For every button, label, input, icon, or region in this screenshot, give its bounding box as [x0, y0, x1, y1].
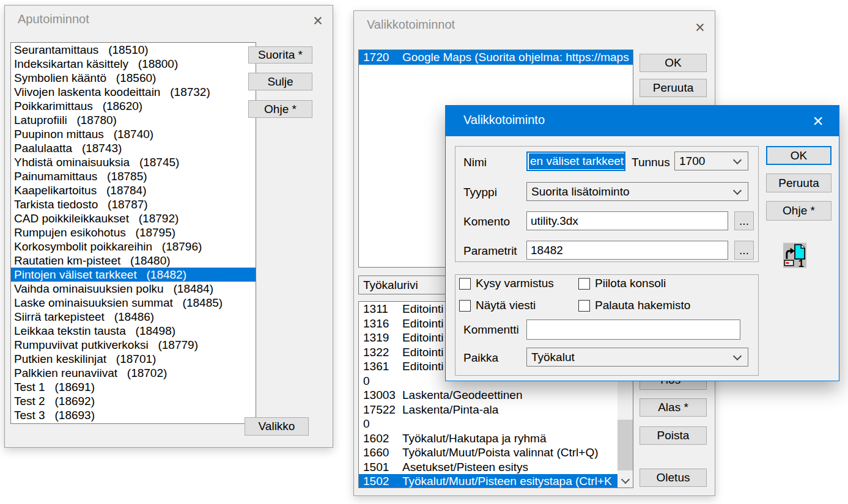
- list-item[interactable]: 13003Laskenta/Geodeettinen: [359, 388, 618, 403]
- komento-browse-button[interactable]: ...: [734, 211, 754, 230]
- list-item[interactable]: 1501Asetukset/Pisteen esitys: [359, 460, 618, 475]
- scroll-down-icon[interactable]: [618, 473, 633, 488]
- sulje-button[interactable]: Sulje: [248, 73, 312, 90]
- list-item[interactable]: Rautatien km-pisteet (18480): [11, 254, 256, 268]
- selected-text: en väliset tarkkeet: [529, 153, 625, 169]
- toolbar-row-label: Työkalurivi: [363, 279, 418, 292]
- parametrit-input[interactable]: 18482: [526, 241, 728, 260]
- list-item[interactable]: 1502Työkalut/Muut/Pisteen esitystapa (Ct…: [359, 474, 618, 488]
- list-item[interactable]: 1602Työkalut/Hakutapa ja ryhmä: [359, 431, 618, 446]
- alas-button[interactable]: Alas *: [640, 398, 707, 417]
- list-item[interactable]: Painumamittaus (18785): [11, 169, 256, 183]
- list-item[interactable]: Putkien keskilinjat (18701): [11, 352, 256, 366]
- screen: Aputoiminnot × Seurantamittaus (18510) I…: [0, 0, 848, 504]
- checkbox-item[interactable]: Näytä viesti: [459, 299, 578, 312]
- chevron-down-icon: [733, 155, 742, 164]
- list-item[interactable]: Test 2 (18692): [11, 394, 256, 408]
- checkbox[interactable]: [459, 300, 471, 312]
- run-macro-icon: 1: [783, 243, 806, 268]
- ok-button[interactable]: OK: [640, 54, 707, 72]
- aputoiminnot-dialog: Aputoiminnot × Seurantamittaus (18510) I…: [4, 5, 333, 448]
- nimi-input[interactable]: en väliset tarkkeet: [526, 152, 625, 171]
- list-item[interactable]: Indeksikartan käsittely (18800): [11, 57, 256, 71]
- list-item[interactable]: Test 3 (18693): [11, 408, 256, 422]
- chevron-down-icon: [733, 186, 742, 194]
- ok-button[interactable]: OK: [766, 146, 831, 165]
- checkbox[interactable]: [578, 300, 590, 312]
- checkbox[interactable]: [578, 278, 590, 290]
- close-icon[interactable]: ×: [802, 109, 834, 133]
- options-checkbox-grid: Kysy varmistus Piilota konsoli Näytä vie…: [459, 277, 747, 312]
- list-item[interactable]: Vaihda ominaisuuksien polku (18484): [11, 282, 256, 296]
- tunnus-label: Tunnus: [632, 156, 670, 169]
- ohje-button[interactable]: Ohje *: [766, 201, 831, 221]
- list-item[interactable]: Kaapelikartoitus (18784): [11, 183, 256, 197]
- ohje-button[interactable]: Ohje *: [248, 100, 312, 118]
- list-item[interactable]: Palkkien reunaviivat (18702): [11, 366, 256, 380]
- suorita-button[interactable]: Suorita *: [248, 46, 312, 64]
- chevron-down-icon: [733, 351, 742, 360]
- list-item[interactable]: 1720Google Maps (Suorita ohjelma: https:…: [359, 50, 633, 65]
- list-item[interactable]: 0: [359, 417, 618, 431]
- komento-label: Komento: [463, 215, 510, 228]
- tyyppi-combo[interactable]: Suorita lisätoiminto: [526, 182, 748, 201]
- checkbox-label: Näytä viesti: [476, 299, 536, 312]
- list-item[interactable]: 1660Työkalut/Muut/Poista valinnat (Ctrl+…: [359, 445, 618, 460]
- checkbox[interactable]: [459, 278, 471, 290]
- close-icon[interactable]: ×: [688, 17, 712, 38]
- parametrit-browse-button[interactable]: ...: [734, 241, 754, 260]
- paikka-combo[interactable]: Työkalut: [526, 348, 748, 367]
- valikko-button[interactable]: Valikko: [245, 417, 309, 436]
- dialog-title: Valikkotoiminnot: [367, 18, 455, 32]
- list-item[interactable]: Test 1 (18691): [11, 380, 256, 394]
- list-item[interactable]: Symbolien kääntö (18560): [11, 71, 256, 85]
- list-item[interactable]: Poikkarimittaus (18620): [11, 99, 256, 113]
- list-item[interactable]: CAD poikkileikkaukset (18792): [11, 211, 256, 225]
- list-item[interactable]: Seurantamittaus (18510): [11, 43, 256, 57]
- list-item[interactable]: Tarkista tiedosto (18787): [11, 197, 256, 211]
- komento-input[interactable]: utility.3dx: [526, 211, 728, 230]
- peruuta-button[interactable]: Peruuta: [640, 79, 707, 97]
- svg-text:1: 1: [798, 258, 804, 268]
- tyyppi-value: Suorita lisätoiminto: [531, 185, 630, 199]
- paikka-value: Työkalut: [531, 351, 575, 364]
- checkbox-label: Piilota konsoli: [595, 277, 666, 290]
- nimi-label: Nimi: [463, 156, 487, 169]
- list-item[interactable]: Puupinon mittaus (18740): [11, 127, 256, 141]
- list-item[interactable]: Rumpuviivat putkiverkoksi (18779): [11, 338, 256, 352]
- dialog-title: Valikkotoiminto: [463, 113, 545, 127]
- list-item[interactable]: Laske ominaisuuksien summat (18485): [11, 296, 256, 310]
- dialog-title: Aputoiminnot: [18, 12, 89, 26]
- close-icon[interactable]: ×: [306, 10, 330, 31]
- list-item[interactable]: Leikkaa tekstin tausta (18498): [11, 324, 256, 338]
- function-listbox: Seurantamittaus (18510) Indeksikartan kä…: [10, 42, 256, 424]
- tunnus-value: 1700: [679, 155, 705, 168]
- list-item[interactable]: 17522Laskenta/Pinta-ala: [359, 403, 618, 417]
- scrollbar-thumb[interactable]: [618, 420, 633, 470]
- tyyppi-label: Tyyppi: [463, 186, 497, 199]
- list-item[interactable]: Paalulaatta (18743): [11, 141, 256, 155]
- list-item[interactable]: Yhdistä ominaisuuksia (18745): [11, 155, 256, 169]
- checkbox-item[interactable]: Palauta hakemisto: [578, 299, 747, 312]
- list-item[interactable]: Rumpujen esikohotus (18795): [11, 225, 256, 239]
- checkbox-label: Palauta hakemisto: [595, 299, 690, 312]
- kommentti-label: Kommentti: [463, 323, 519, 337]
- list-item[interactable]: Siirrä tarkepisteet (18486): [11, 310, 256, 324]
- list-item[interactable]: Viivojen laskenta koodeittain (18732): [11, 85, 256, 99]
- list-item[interactable]: Korkosymbolit poikkareihin (18796): [11, 239, 256, 254]
- poista-button[interactable]: Poista: [640, 426, 707, 445]
- peruuta-button[interactable]: Peruuta: [766, 173, 831, 192]
- valikkotoiminto-dialog: Valikkotoiminto × Nimi en väliset tarkke…: [445, 105, 839, 381]
- parametrit-label: Parametrit: [463, 244, 517, 258]
- paikka-label: Paikka: [463, 351, 498, 365]
- checkbox-item[interactable]: Piilota konsoli: [578, 277, 747, 290]
- oletus-button[interactable]: Oletus: [640, 469, 707, 487]
- kommentti-input[interactable]: [526, 320, 740, 340]
- checkbox-item[interactable]: Kysy varmistus: [459, 277, 578, 290]
- list-item[interactable]: Pintojen väliset tarkkeet (18482): [11, 268, 256, 282]
- list-item[interactable]: Latuprofiili (18780): [11, 113, 256, 127]
- tunnus-combo[interactable]: 1700: [674, 152, 748, 170]
- checkbox-label: Kysy varmistus: [476, 277, 554, 290]
